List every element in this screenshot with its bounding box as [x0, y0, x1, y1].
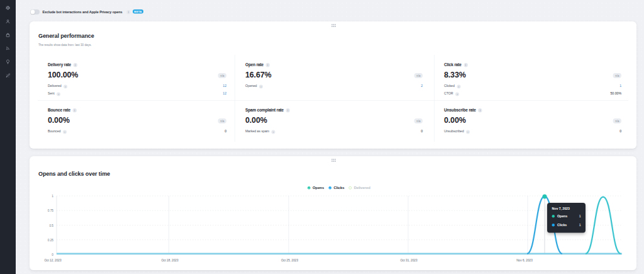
svg-text:1: 1: [52, 195, 53, 198]
svg-text:Oct 25, 2023: Oct 25, 2023: [281, 259, 299, 262]
svg-text:0: 0: [52, 253, 53, 256]
svg-text:0.5: 0.5: [49, 224, 53, 227]
svg-text:0.75: 0.75: [48, 209, 54, 212]
svg-text:Oct 12, 2023: Oct 12, 2023: [44, 259, 62, 262]
svg-text:0.25: 0.25: [48, 239, 54, 242]
svg-text:Oct 31, 2023: Oct 31, 2023: [400, 259, 418, 262]
svg-text:Nov 6, 2023: Nov 6, 2023: [516, 259, 533, 262]
svg-text:Oct 18, 2023: Oct 18, 2023: [161, 259, 179, 262]
